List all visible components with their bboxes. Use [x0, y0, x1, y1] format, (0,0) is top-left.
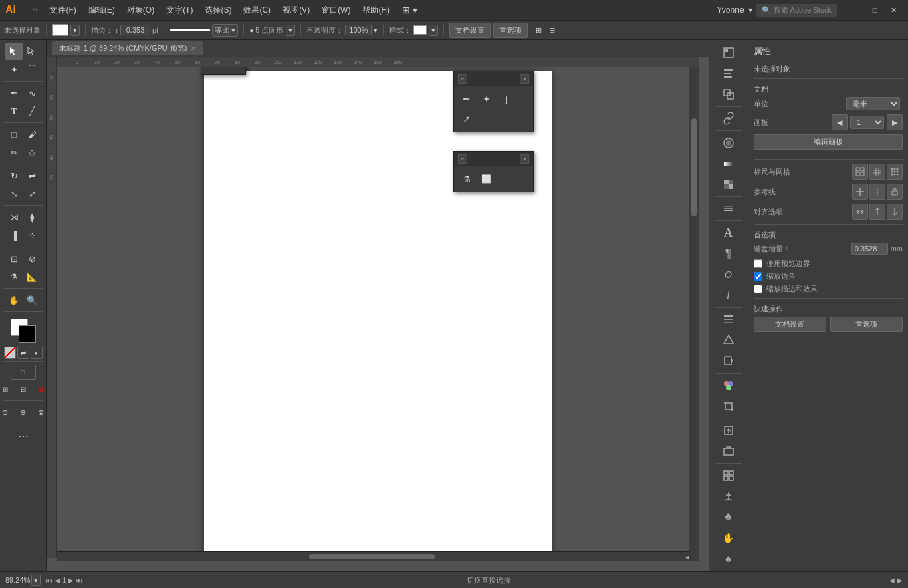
- doc-settings-toolbar-button[interactable]: 文档设置: [449, 23, 491, 38]
- full-screen-btn[interactable]: ⊟: [15, 380, 32, 398]
- preferences-toolbar-button[interactable]: 首选项: [493, 23, 528, 38]
- freeform-tool[interactable]: ⧫: [23, 208, 41, 226]
- style-swatch[interactable]: [413, 25, 427, 35]
- eyedropper-tool[interactable]: ⚗: [5, 268, 23, 285]
- paintbrush-tool[interactable]: 🖌: [23, 126, 41, 143]
- scale-strokes-label[interactable]: 缩放描边和效果: [766, 284, 818, 294]
- guide-lock-btn[interactable]: [887, 184, 903, 200]
- stroke-line-dropdown[interactable]: 等比 ▾: [212, 24, 238, 37]
- paragraph-tool-icon[interactable]: ¶: [715, 244, 743, 264]
- arrange-icon[interactable]: ⊞ ▾: [396, 3, 423, 17]
- menu-view[interactable]: 视图(V): [277, 3, 315, 17]
- column-graph-tool[interactable]: ▐: [5, 227, 23, 244]
- menu-object[interactable]: 对象(O): [122, 3, 160, 17]
- artboard-next-btn[interactable]: ▶: [887, 114, 903, 130]
- symbol-btn2[interactable]: ⊕: [15, 404, 32, 421]
- menu-window[interactable]: 窗口(W): [316, 3, 356, 17]
- color-panel-header[interactable]: « ✕: [454, 152, 533, 166]
- measure-tool[interactable]: 📐: [23, 268, 41, 285]
- menu-select[interactable]: 选择(S): [199, 3, 237, 17]
- snap-grid-icon-btn[interactable]: [887, 164, 903, 180]
- zoom-dropdown[interactable]: ▾: [31, 575, 41, 586]
- color-collapse-btn[interactable]: «: [458, 154, 467, 164]
- artboard-prev-btn[interactable]: ◀: [832, 114, 848, 130]
- opacity-chevron[interactable]: ▾: [374, 26, 378, 35]
- rulers-icon-btn[interactable]: [852, 164, 868, 180]
- recolor-icon[interactable]: [715, 376, 743, 396]
- grid-icon2[interactable]: [715, 466, 743, 486]
- shaper-tool[interactable]: ◇: [23, 144, 41, 161]
- home-icon[interactable]: ⌂: [32, 5, 37, 15]
- unit-select[interactable]: 毫米: [846, 97, 900, 110]
- type-tool[interactable]: T: [5, 102, 23, 120]
- color-close-btn[interactable]: ✕: [520, 154, 529, 164]
- layers-icon[interactable]: [715, 198, 743, 218]
- default-colors[interactable]: ●: [31, 347, 43, 359]
- menu-help[interactable]: 帮助(H): [357, 3, 395, 17]
- brush-star-tool[interactable]: ✦: [478, 90, 495, 108]
- warp-tool[interactable]: ⋊: [5, 208, 23, 226]
- brush-curve-tool[interactable]: ∫: [498, 90, 516, 108]
- tab-close-button[interactable]: ✕: [191, 45, 196, 52]
- style-dropdown[interactable]: ▾: [429, 25, 438, 36]
- scroll-thumb-h[interactable]: [309, 554, 435, 559]
- menu-effect[interactable]: 效果(C): [238, 3, 276, 17]
- quick-doc-settings-button[interactable]: 文档设置: [754, 317, 826, 332]
- scale-tool[interactable]: ⤡: [5, 185, 23, 202]
- opacity-input[interactable]: [345, 25, 372, 35]
- artboard-select[interactable]: 1: [850, 116, 884, 129]
- toolbar-extra-icon2[interactable]: ⊟: [546, 25, 558, 36]
- lines-icon[interactable]: [715, 309, 743, 329]
- grid-icon-btn[interactable]: [869, 164, 885, 180]
- swap-colors[interactable]: ⇄: [17, 347, 29, 359]
- clubs-icon[interactable]: ♣: [715, 506, 743, 527]
- menu-file[interactable]: 文件(F): [44, 3, 81, 17]
- snap-icon1-btn[interactable]: [852, 204, 868, 220]
- page-last-btn[interactable]: ⏭: [76, 577, 82, 584]
- page-first-btn[interactable]: ⏮: [46, 577, 53, 584]
- rotate-tool[interactable]: ↻: [5, 167, 23, 184]
- hand-tool[interactable]: ✋: [5, 291, 23, 309]
- selection-tool[interactable]: [5, 43, 23, 60]
- canvas-scroll-area[interactable]: « ✕ □ ○ ◎ ⬡: [57, 67, 699, 561]
- export-icon[interactable]: [715, 420, 743, 440]
- preview-bounds-label[interactable]: 使用预览边界: [766, 259, 810, 269]
- key-increment-input[interactable]: [851, 243, 888, 255]
- crop-icon[interactable]: [715, 396, 743, 416]
- image-trace-icon[interactable]: [715, 330, 743, 350]
- presentation-btn[interactable]: ⊠: [33, 380, 47, 398]
- scale-corners-checkbox[interactable]: [754, 272, 762, 281]
- scroll-thumb-v[interactable]: [691, 118, 697, 216]
- stroke-value-input[interactable]: [120, 25, 150, 35]
- eyedrop-tool-color[interactable]: ⚗: [458, 170, 475, 188]
- brush-arrow-tool[interactable]: ↗: [458, 110, 475, 128]
- transparency-icon[interactable]: [715, 174, 743, 194]
- artboard-tool[interactable]: ⊡: [5, 250, 23, 267]
- preview-bounds-checkbox[interactable]: [754, 259, 762, 268]
- link-icon[interactable]: [715, 108, 743, 128]
- slice-tool[interactable]: ⊘: [23, 250, 41, 267]
- pathfinder-icon[interactable]: [715, 84, 743, 104]
- menu-edit[interactable]: 编辑(E): [83, 3, 120, 17]
- document-tab[interactable]: 未标题-1 @ 89.24% (CMYK/GPU 预览) ✕: [52, 41, 203, 55]
- brush-dropdown[interactable]: ▾: [286, 25, 295, 36]
- background-color[interactable]: [19, 325, 36, 343]
- quick-prefs-button[interactable]: 首选项: [830, 317, 903, 332]
- toolbar-extra-icon1[interactable]: ⊞: [533, 25, 544, 36]
- adjust-icon-bottom[interactable]: ✋: [715, 528, 743, 548]
- page-next-btn[interactable]: ▶: [68, 577, 74, 584]
- menu-text[interactable]: 文字(T): [161, 3, 198, 17]
- more-tools-btn[interactable]: ⋯: [15, 427, 32, 444]
- symbol-sprayer-tool[interactable]: ⁘: [23, 227, 41, 244]
- status-arrow-right[interactable]: ▶: [897, 577, 903, 584]
- brushes-panel-header[interactable]: « ✕: [454, 71, 533, 86]
- scale-strokes-checkbox[interactable]: [754, 285, 762, 293]
- snap-icon2-btn[interactable]: [869, 204, 885, 220]
- shape-spiral[interactable]: ⊙: [225, 67, 242, 71]
- brushes-close-btn[interactable]: ✕: [520, 74, 529, 84]
- snap-icon3-btn[interactable]: [887, 204, 903, 220]
- lasso-tool[interactable]: ⌒: [23, 61, 41, 78]
- symbol-btn3[interactable]: ⊗: [33, 404, 47, 421]
- anchor-icon[interactable]: [715, 486, 743, 506]
- draw-mode-tool[interactable]: □: [11, 365, 36, 380]
